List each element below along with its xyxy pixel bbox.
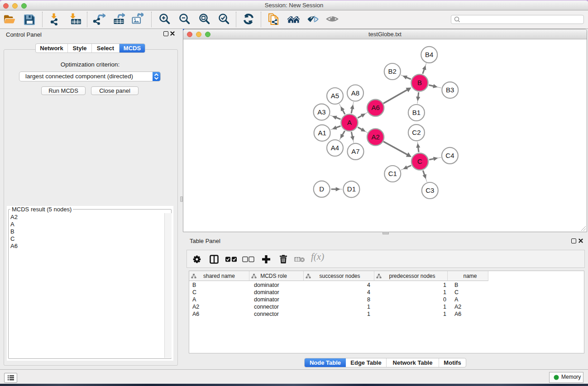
svg-text:B: B (417, 79, 422, 86)
svg-text:B2: B2 (388, 67, 397, 75)
svg-text:D: D (319, 185, 324, 193)
svg-text:B3: B3 (446, 86, 454, 94)
svg-text:C2: C2 (412, 129, 421, 136)
svg-text:A4: A4 (331, 144, 339, 152)
svg-text:A8: A8 (351, 89, 359, 97)
svg-text:C4: C4 (445, 152, 454, 159)
svg-text:B1: B1 (412, 109, 421, 116)
svg-text:A: A (347, 119, 352, 126)
svg-text:A2: A2 (371, 133, 379, 141)
svg-text:C: C (417, 157, 422, 165)
svg-text:A7: A7 (351, 148, 359, 155)
svg-text:A6: A6 (371, 104, 379, 111)
svg-text:A3: A3 (317, 108, 325, 116)
svg-text:B4: B4 (425, 51, 433, 58)
svg-text:A5: A5 (331, 92, 339, 100)
svg-text:C3: C3 (425, 186, 434, 194)
svg-text:D1: D1 (347, 185, 356, 193)
svg-text:C1: C1 (388, 170, 397, 177)
svg-text:A1: A1 (318, 129, 326, 137)
